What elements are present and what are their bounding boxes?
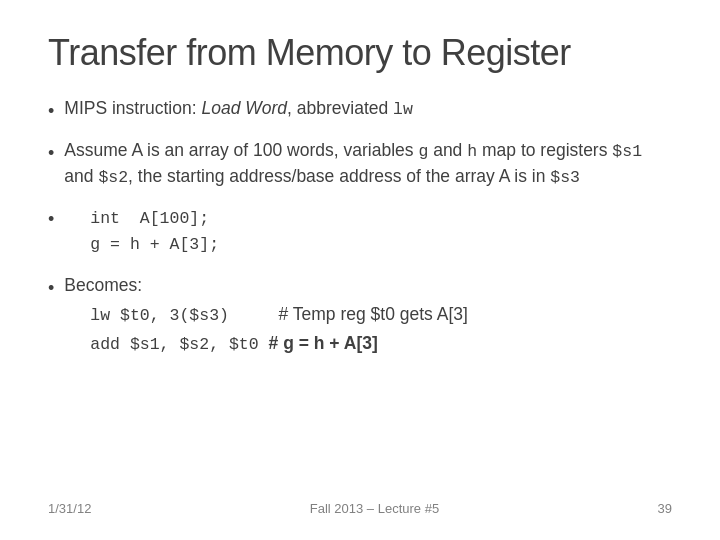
code-block-1: int A[100]; g = h + A[3]; [90,206,672,259]
becomes-label: Becomes: [64,275,142,295]
code-line-2: g = h + A[3]; [90,232,672,258]
footer-center: Fall 2013 – Lecture #5 [310,501,439,516]
slide-footer: 1/31/12 Fall 2013 – Lecture #5 39 [48,493,672,516]
bullet-text-2: Assume A is an array of 100 words, varia… [64,138,672,190]
footer-right: 39 [658,501,672,516]
comment-add: # g = h + A[3] [269,333,378,353]
bullet-dot-3: • [48,206,54,232]
comment-lw: # Temp reg $t0 gets A[3] [278,304,467,324]
code-line-lw: lw $t0, 3($s3) # Temp reg $t0 gets A[3] [90,300,672,329]
bullet-3: • int A[100]; g = h + A[3]; [48,204,672,259]
bullet-dot-2: • [48,140,54,166]
bullet-text-3: int A[100]; g = h + A[3]; [64,204,672,259]
bullet-dot-1: • [48,98,54,124]
bullet-text-4: Becomes: lw $t0, 3($s3) # Temp reg $t0 g… [64,273,672,359]
bullet-1: • MIPS instruction: Load Word, abbreviat… [48,96,672,124]
slide-content: • MIPS instruction: Load Word, abbreviat… [48,96,672,493]
slide-title: Transfer from Memory to Register [48,32,672,74]
bullet-4: • Becomes: lw $t0, 3($s3) # Temp reg $t0… [48,273,672,359]
bullet-text-1: MIPS instruction: Load Word, abbreviated… [64,96,672,122]
code-block-2: lw $t0, 3($s3) # Temp reg $t0 gets A[3] … [90,300,672,359]
bullet-2: • Assume A is an array of 100 words, var… [48,138,672,190]
code-line-1: int A[100]; [90,206,672,232]
footer-left: 1/31/12 [48,501,91,516]
bullet-dot-4: • [48,275,54,301]
code-line-add: add $s1, $s2, $t0 # g = h + A[3] [90,329,672,358]
slide: Transfer from Memory to Register • MIPS … [0,0,720,540]
